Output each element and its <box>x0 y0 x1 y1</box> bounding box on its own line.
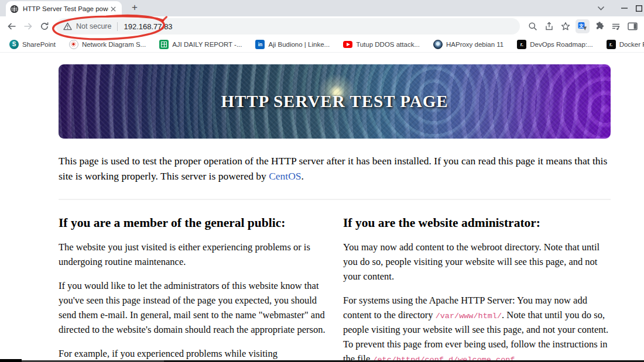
bookmark-label: Tutup DDOS attack... <box>356 41 420 48</box>
not-secure-warning-icon[interactable] <box>63 22 72 30</box>
bookmark-label: HAProxy debian 11 <box>446 41 503 48</box>
code-path: /var/www/html/ <box>436 312 502 320</box>
new-tab-button[interactable]: + <box>128 1 142 15</box>
toolbar-right-icons: 文 <box>525 18 640 35</box>
bookmark-haproxy[interactable]: HAProxy debian 11 <box>430 39 507 50</box>
admin-column: If you are the website administrator: Yo… <box>343 200 611 361</box>
tab-search-chevron-icon[interactable] <box>589 0 612 16</box>
back-icon[interactable] <box>4 18 20 35</box>
bookmark-linkedin[interactable]: in Aji Budiono | Linke... <box>252 39 333 50</box>
address-bar[interactable]: Not secure 192.168.77.83 <box>56 18 520 35</box>
bookmark-label: Network Diagram S... <box>82 41 146 48</box>
translate-extension-icon[interactable]: 文 <box>576 19 590 33</box>
page-content: HTTP SERVER TEST PAGE This page is used … <box>0 53 644 360</box>
linkedin-icon: in <box>255 40 265 49</box>
sharepoint-icon: S <box>9 40 19 49</box>
search-icon[interactable] <box>525 18 541 35</box>
public-paragraph-3: For example, if you experienced problems… <box>59 346 326 360</box>
admin-heading: If you are the website administrator: <box>343 216 611 230</box>
forward-icon[interactable] <box>20 18 36 35</box>
public-column: If you are a member of the general publi… <box>59 200 326 361</box>
bookmark-label: Aji Budiono | Linke... <box>268 41 330 48</box>
intro-text-end: . <box>302 170 304 182</box>
bookmark-aji-daily-report[interactable]: AJI DAILY REPORT -... <box>156 39 245 50</box>
browser-window: HTTP Server Test Page powered + <box>0 0 644 362</box>
tab-title: HTTP Server Test Page powered <box>23 5 108 12</box>
public-heading: If you are a member of the general publi… <box>59 216 326 230</box>
maximize-button[interactable] <box>636 0 644 16</box>
bookmark-devops-roadmap[interactable]: r. DevOps Roadmap:... <box>513 39 596 50</box>
bookmark-star-icon[interactable] <box>557 18 574 35</box>
tab-strip: HTTP Server Test Page powered + <box>0 0 644 16</box>
intro-text: This page is used to test the proper ope… <box>59 155 607 182</box>
page-title: HTTP SERVER TEST PAGE <box>221 92 448 111</box>
public-paragraph-1: The website you just visited is either e… <box>59 240 326 269</box>
bookmark-network-diagram[interactable]: Network Diagram S... <box>66 39 149 50</box>
public-paragraph-2: If you would like to let the administrat… <box>59 278 326 337</box>
minimize-button[interactable] <box>612 0 636 16</box>
admin-paragraph-1: You may now add content to the webroot d… <box>343 240 611 284</box>
bookmark-label: Docker Roadmap -... <box>619 41 644 48</box>
side-panel-icon[interactable] <box>624 18 640 35</box>
bookmark-sharepoint[interactable]: S SharePoint <box>6 39 59 50</box>
bookmark-youtube-ddos[interactable]: Tutup DDOS attack... <box>340 40 423 49</box>
roadmap-icon: r. <box>607 40 616 49</box>
intro-paragraph: This page is used to test the proper ope… <box>59 153 611 184</box>
media-controls-icon[interactable] <box>608 18 624 35</box>
centos-link[interactable]: CentOS <box>269 170 301 182</box>
bookmark-label: SharePoint <box>22 41 56 48</box>
youtube-icon <box>343 41 352 48</box>
google-sheets-icon <box>159 40 169 49</box>
diagram-icon <box>69 40 78 49</box>
roadmap-icon: r. <box>517 40 526 49</box>
extensions-puzzle-icon[interactable] <box>591 18 608 35</box>
bookmark-label: DevOps Roadmap:... <box>530 41 592 48</box>
share-icon[interactable] <box>541 18 557 35</box>
tab-http-test-page[interactable]: HTTP Server Test Page powered <box>6 1 122 16</box>
security-label[interactable]: Not secure <box>76 22 111 30</box>
svg-text:文: 文 <box>578 23 584 29</box>
reload-icon[interactable] <box>36 18 53 35</box>
bookmark-docker-roadmap[interactable]: r. Docker Roadmap -... <box>603 39 644 50</box>
url-text[interactable]: 192.168.77.83 <box>124 22 172 31</box>
bookmark-label: AJI DAILY REPORT -... <box>172 41 242 48</box>
address-separator <box>117 22 118 31</box>
toolbar: Not secure 192.168.77.83 文 <box>0 16 644 36</box>
tab-close-icon[interactable] <box>108 4 118 13</box>
admin-paragraph-2: For systems using the Apache HTTP Server… <box>343 293 611 360</box>
test-page-banner: HTTP SERVER TEST PAGE <box>59 64 611 139</box>
globe-favicon-icon <box>10 5 19 13</box>
window-controls <box>589 0 644 16</box>
code-path: /etc/httpd/conf.d/welcome.conf <box>372 356 515 360</box>
admin-text: . <box>515 353 517 360</box>
bookmarks-bar: S SharePoint Network Diagram S... AJI DA… <box>0 36 644 53</box>
haproxy-icon <box>433 40 443 49</box>
